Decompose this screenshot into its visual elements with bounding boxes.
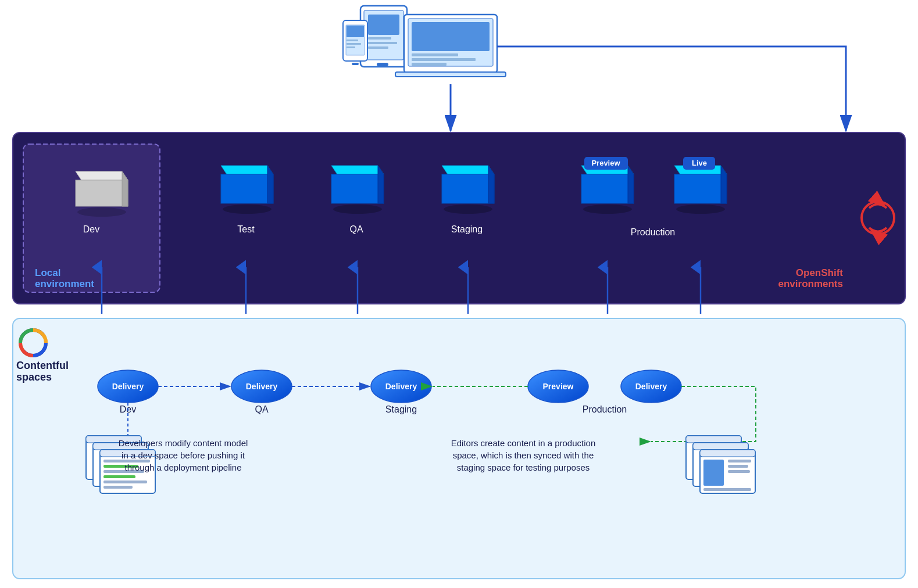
svg-text:Local: Local <box>35 267 60 278</box>
svg-rect-58 <box>584 157 628 170</box>
svg-point-63 <box>676 205 725 214</box>
svg-rect-118 <box>693 443 748 486</box>
svg-marker-34 <box>76 171 128 180</box>
svg-marker-46 <box>378 166 384 203</box>
svg-text:OpenShift: OpenShift <box>796 267 844 278</box>
svg-rect-104 <box>93 443 148 450</box>
svg-rect-6 <box>368 46 388 49</box>
svg-text:Delivery: Delivery <box>246 382 278 391</box>
svg-marker-39 <box>221 166 273 174</box>
svg-text:staging space for testing purp: staging space for testing purposes <box>457 462 590 472</box>
svg-rect-7 <box>343 20 367 61</box>
svg-text:Contentful: Contentful <box>16 360 69 371</box>
svg-rect-101 <box>86 436 141 479</box>
svg-marker-62 <box>721 166 727 203</box>
svg-rect-13 <box>347 46 355 48</box>
svg-text:Dev: Dev <box>83 224 99 234</box>
svg-point-42 <box>223 205 272 214</box>
svg-rect-1 <box>364 10 403 60</box>
svg-text:Developers modify content mode: Developers modify content model <box>119 438 248 448</box>
svg-rect-103 <box>93 443 148 486</box>
svg-text:QA: QA <box>349 224 363 234</box>
svg-text:Delivery: Delivery <box>635 382 667 391</box>
svg-text:spaces: spaces <box>16 371 52 383</box>
svg-point-31 <box>862 202 894 234</box>
svg-rect-50 <box>442 174 494 203</box>
svg-rect-119 <box>693 443 748 450</box>
svg-rect-107 <box>103 460 150 462</box>
svg-rect-122 <box>703 460 724 486</box>
svg-marker-60 <box>674 166 727 174</box>
svg-text:space, which is then synced wi: space, which is then synced with the <box>453 450 594 460</box>
svg-point-79 <box>98 370 158 403</box>
svg-rect-112 <box>103 486 133 489</box>
svg-rect-105 <box>100 450 155 493</box>
svg-rect-126 <box>703 488 751 491</box>
svg-rect-5 <box>368 42 397 44</box>
svg-text:Editors create content in a pr: Editors create content in a production <box>451 438 595 448</box>
svg-point-82 <box>231 370 292 403</box>
svg-rect-0 <box>360 6 407 67</box>
svg-rect-18 <box>412 53 458 56</box>
svg-rect-20 <box>412 63 447 66</box>
svg-text:Dev: Dev <box>120 404 136 414</box>
svg-rect-117 <box>686 436 741 443</box>
svg-rect-61 <box>674 174 727 203</box>
svg-marker-54 <box>581 166 634 174</box>
svg-text:Staging: Staging <box>451 224 483 234</box>
svg-rect-108 <box>103 465 138 468</box>
svg-text:Live: Live <box>692 159 707 167</box>
svg-text:Test: Test <box>237 224 255 234</box>
svg-text:Preview: Preview <box>591 159 620 167</box>
svg-rect-123 <box>728 460 751 462</box>
svg-text:Production: Production <box>631 227 676 237</box>
svg-text:in a dev space before pushing : in a dev space before pushing it <box>122 450 245 460</box>
svg-marker-49 <box>442 166 494 174</box>
svg-rect-110 <box>103 475 135 478</box>
svg-point-76 <box>20 330 46 356</box>
svg-text:Staging: Staging <box>385 404 417 414</box>
svg-rect-11 <box>347 40 358 41</box>
svg-rect-116 <box>686 436 741 479</box>
svg-rect-10 <box>347 26 364 37</box>
svg-point-88 <box>528 370 588 403</box>
svg-point-52 <box>444 205 492 214</box>
svg-rect-35 <box>76 180 128 206</box>
svg-rect-4 <box>368 37 391 40</box>
svg-rect-109 <box>103 470 144 473</box>
svg-point-85 <box>371 370 431 403</box>
svg-rect-74 <box>13 318 905 579</box>
svg-text:environments: environments <box>778 278 843 289</box>
svg-text:Preview: Preview <box>543 382 574 391</box>
svg-rect-12 <box>347 43 361 45</box>
svg-rect-3 <box>368 15 399 35</box>
svg-marker-56 <box>628 166 634 203</box>
svg-rect-15 <box>408 19 493 66</box>
svg-marker-44 <box>331 166 384 174</box>
svg-point-57 <box>583 205 632 214</box>
svg-rect-55 <box>581 174 634 203</box>
svg-rect-102 <box>86 436 141 443</box>
svg-text:QA: QA <box>255 404 268 414</box>
svg-point-47 <box>333 205 382 214</box>
svg-text:Production: Production <box>583 404 627 414</box>
svg-rect-17 <box>412 22 490 51</box>
svg-rect-14 <box>404 15 497 73</box>
svg-text:environment: environment <box>35 278 94 289</box>
svg-rect-40 <box>221 174 273 203</box>
svg-rect-9 <box>352 63 359 65</box>
diagram-svg: Local environment OpenShift environments… <box>0 0 918 588</box>
svg-rect-8 <box>346 25 365 55</box>
svg-rect-26 <box>23 144 160 292</box>
svg-rect-125 <box>728 470 750 473</box>
main-diagram: Local environment OpenShift environments… <box>0 0 918 588</box>
svg-point-90 <box>621 370 681 403</box>
svg-rect-16 <box>395 72 506 77</box>
svg-rect-2 <box>377 63 388 66</box>
svg-text:through a deployment pipeline: through a deployment pipeline <box>125 462 242 472</box>
svg-text:Delivery: Delivery <box>385 382 417 391</box>
svg-rect-106 <box>100 450 155 457</box>
svg-rect-111 <box>103 481 147 483</box>
svg-rect-64 <box>683 157 715 170</box>
svg-point-37 <box>77 207 126 217</box>
